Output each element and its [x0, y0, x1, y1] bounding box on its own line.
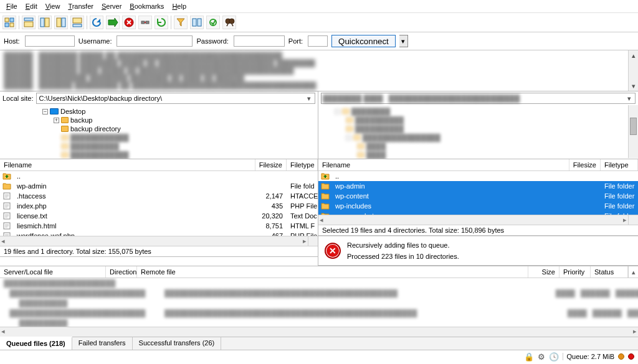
reconnect-icon[interactable] [155, 16, 168, 29]
local-file-list: Filename Filesize Filetype ..wp-adminFil… [0, 159, 318, 246]
col-filesize[interactable]: Filesize [569, 159, 601, 170]
svg-rect-7 [45, 18, 49, 27]
file-icon [2, 212, 11, 220]
find-icon[interactable] [222, 16, 236, 29]
col-size[interactable]: Size [528, 266, 559, 278]
process-queue-icon[interactable] [106, 16, 120, 29]
local-path-row: Local site: ▾ [0, 91, 318, 106]
col-server-local[interactable]: Server/Local file [0, 266, 106, 278]
local-path-input[interactable] [38, 93, 305, 103]
gear-icon[interactable]: ⚙ [538, 352, 545, 362]
toggle-remote-tree-icon[interactable] [54, 16, 68, 29]
activity-light-recv [628, 353, 634, 360]
remote-tree-scrollbar[interactable] [628, 105, 638, 158]
folder-icon [61, 117, 69, 123]
menu-bookmarks[interactable]: Bookmarks [126, 1, 168, 11]
tree-item-backupdir[interactable]: backup directory [70, 125, 121, 133]
username-input[interactable] [117, 35, 193, 47]
col-priority[interactable]: Priority [559, 266, 591, 278]
list-item[interactable]: index.php435PHP File [0, 201, 318, 211]
menu-edit[interactable]: Edit [22, 1, 41, 11]
folder-icon [61, 126, 69, 132]
col-filename[interactable]: Filename [318, 159, 569, 170]
quickconnect-button[interactable]: Quickconnect [331, 35, 396, 47]
compare-icon[interactable] [190, 16, 204, 29]
list-item[interactable]: liesmich.html8,751HTML F [0, 221, 318, 231]
expand-icon[interactable]: + [54, 118, 59, 123]
local-hscroll[interactable]: ◂▸ [0, 236, 308, 246]
local-tree[interactable]: −Desktop +backup backup directory ██████… [0, 105, 318, 159]
folder-icon [61, 143, 69, 149]
list-item[interactable]: wp-contentFile folder [318, 191, 638, 201]
menu-view[interactable]: View [42, 1, 64, 11]
chevron-down-icon[interactable]: ▾ [305, 95, 313, 103]
refresh-icon[interactable] [90, 16, 103, 29]
svg-rect-3 [10, 23, 14, 27]
col-remote-file[interactable]: Remote file [137, 266, 528, 278]
cancel-icon[interactable] [122, 16, 136, 29]
disconnect-icon[interactable] [138, 16, 152, 29]
toggle-local-tree-icon[interactable] [38, 16, 52, 29]
notice-line1: Recursively adding files to queue. [347, 241, 459, 249]
tree-item-desktop[interactable]: Desktop [60, 108, 85, 115]
svg-line-21 [227, 24, 228, 26]
queue-hscroll[interactable]: ◂▸ [0, 327, 638, 337]
list-item[interactable]: wp-adminFile folder [318, 181, 638, 191]
folder-icon [61, 152, 69, 158]
tab-failed[interactable]: Failed transfers [72, 337, 133, 350]
tab-queued[interactable]: Queued files (218) [0, 337, 72, 350]
file-icon [2, 222, 11, 230]
lock-icon: 🔒 [524, 352, 534, 362]
tree-item-backup[interactable]: backup [70, 116, 92, 124]
menu-file[interactable]: File [2, 1, 21, 11]
folder-icon [321, 202, 330, 210]
sync-browse-icon[interactable] [206, 16, 220, 29]
remote-tree[interactable]: −████████ ██████████ ██████████ −███████… [318, 105, 638, 159]
list-item[interactable]: .htaccess2,147HTACCE [0, 191, 318, 201]
port-input[interactable] [308, 35, 328, 47]
menu-help[interactable]: Help [168, 1, 190, 11]
svg-rect-5 [24, 22, 33, 27]
local-status: 19 files and 1 directory. Total size: 15… [0, 246, 318, 257]
remote-file-list: Filename Filesize Filetype ..wp-adminFil… [318, 159, 638, 225]
col-filename[interactable]: Filename [0, 159, 255, 170]
log-scrollbar[interactable]: ▴ ▾ [628, 50, 638, 91]
scroll-up-icon[interactable]: ▴ [629, 50, 638, 60]
queue-header: Server/Local file Direction Remote file … [0, 266, 638, 278]
menu-transfer[interactable]: Transfer [64, 1, 97, 11]
password-input[interactable] [234, 35, 285, 47]
queue-size: Queue: 2.7 MiB [563, 353, 614, 360]
list-item[interactable]: .. [318, 171, 638, 181]
remote-path-combo[interactable]: ████████ ████ ██████████████████████████… [321, 93, 636, 104]
col-status[interactable]: Status [591, 266, 628, 278]
list-item[interactable]: wp-adminFile fold [0, 181, 318, 191]
collapse-icon[interactable]: − [42, 109, 48, 114]
quickconnect-dropdown[interactable]: ▾ [399, 35, 408, 47]
queue-body[interactable]: ███████████████████████ ████████████████… [0, 278, 638, 327]
chevron-down-icon[interactable]: ▾ [625, 95, 634, 103]
col-filetype[interactable]: Filetype [287, 159, 318, 170]
col-direction[interactable]: Direction [106, 266, 137, 278]
col-filetype[interactable]: Filetype [601, 159, 638, 170]
list-item[interactable]: license.txt20,320Text Doc [0, 211, 318, 221]
scroll-up-icon[interactable]: ▴ [628, 266, 638, 278]
list-item[interactable]: .. [0, 171, 318, 181]
site-manager-icon[interactable] [2, 16, 16, 29]
queue-notice: ✕ Recursively adding files to queue. Pro… [318, 236, 638, 266]
col-filesize[interactable]: Filesize [255, 159, 287, 170]
menubar: File Edit View Transfer Server Bookmarks… [0, 0, 638, 13]
toggle-queue-icon[interactable] [70, 16, 84, 29]
menu-server[interactable]: Server [98, 1, 125, 11]
filter-icon[interactable] [174, 16, 188, 29]
list-item[interactable]: wp-includesFile folder [318, 201, 638, 211]
scroll-corner [628, 215, 638, 225]
statusbar: 🔒 ⚙ 🕓 Queue: 2.7 MiB [0, 350, 638, 363]
svg-rect-16 [193, 19, 196, 26]
host-input[interactable] [25, 35, 75, 47]
toggle-log-icon[interactable] [22, 16, 36, 29]
tab-successful[interactable]: Successful transfers (26) [133, 337, 222, 350]
scroll-down-icon[interactable]: ▾ [629, 81, 638, 91]
svg-rect-14 [146, 21, 149, 24]
local-path-combo[interactable]: ▾ [36, 93, 315, 104]
remote-hscroll[interactable]: ◂▸ [318, 215, 628, 225]
